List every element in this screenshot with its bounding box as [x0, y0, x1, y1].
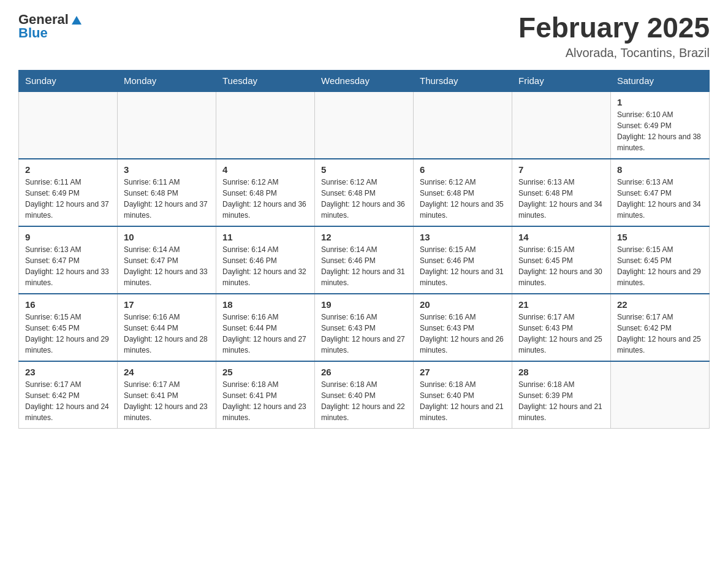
day-number: 3: [124, 164, 210, 175]
day-info: Sunrise: 6:17 AM Sunset: 6:43 PM Dayligh…: [518, 312, 604, 356]
month-title: February 2025: [518, 12, 710, 44]
calendar-cell: 7Sunrise: 6:13 AM Sunset: 6:48 PM Daylig…: [512, 159, 611, 226]
day-number: 4: [222, 164, 308, 175]
header-sunday: Sunday: [19, 70, 118, 91]
day-info: Sunrise: 6:18 AM Sunset: 6:39 PM Dayligh…: [518, 379, 604, 423]
day-number: 16: [25, 299, 111, 310]
day-number: 8: [617, 164, 703, 175]
day-info: Sunrise: 6:14 AM Sunset: 6:46 PM Dayligh…: [222, 244, 308, 288]
logo-triangle-icon: [70, 13, 83, 27]
day-info: Sunrise: 6:13 AM Sunset: 6:47 PM Dayligh…: [25, 244, 111, 288]
calendar-cell: 24Sunrise: 6:17 AM Sunset: 6:41 PM Dayli…: [118, 361, 216, 429]
day-number: 27: [420, 367, 506, 377]
day-number: 13: [420, 232, 506, 242]
day-info: Sunrise: 6:12 AM Sunset: 6:48 PM Dayligh…: [222, 177, 308, 221]
calendar-cell: [315, 91, 414, 159]
location-title: Alvorada, Tocantins, Brazil: [518, 46, 710, 60]
calendar-cell: [216, 91, 315, 159]
calendar-cell: 17Sunrise: 6:16 AM Sunset: 6:44 PM Dayli…: [118, 294, 216, 361]
day-number: 6: [420, 164, 506, 175]
day-info: Sunrise: 6:11 AM Sunset: 6:49 PM Dayligh…: [25, 177, 111, 221]
calendar-cell: 5Sunrise: 6:12 AM Sunset: 6:48 PM Daylig…: [315, 159, 414, 226]
day-info: Sunrise: 6:12 AM Sunset: 6:48 PM Dayligh…: [321, 177, 407, 221]
calendar-cell: 11Sunrise: 6:14 AM Sunset: 6:46 PM Dayli…: [216, 226, 315, 294]
day-info: Sunrise: 6:15 AM Sunset: 6:45 PM Dayligh…: [617, 244, 703, 288]
calendar-week-row: 1Sunrise: 6:10 AM Sunset: 6:49 PM Daylig…: [19, 91, 710, 159]
day-number: 18: [222, 299, 308, 310]
title-area: February 2025 Alvorada, Tocantins, Brazi…: [518, 12, 710, 60]
day-number: 7: [518, 164, 604, 175]
day-number: 10: [124, 232, 210, 242]
day-info: Sunrise: 6:16 AM Sunset: 6:43 PM Dayligh…: [420, 312, 506, 356]
calendar-header-row: SundayMondayTuesdayWednesdayThursdayFrid…: [19, 70, 710, 91]
day-info: Sunrise: 6:18 AM Sunset: 6:41 PM Dayligh…: [222, 379, 308, 423]
calendar-cell: 9Sunrise: 6:13 AM Sunset: 6:47 PM Daylig…: [19, 226, 118, 294]
calendar-cell: 27Sunrise: 6:18 AM Sunset: 6:40 PM Dayli…: [414, 361, 512, 429]
day-info: Sunrise: 6:18 AM Sunset: 6:40 PM Dayligh…: [420, 379, 506, 423]
day-number: 17: [124, 299, 210, 310]
day-info: Sunrise: 6:13 AM Sunset: 6:48 PM Dayligh…: [518, 177, 604, 221]
calendar-cell: 15Sunrise: 6:15 AM Sunset: 6:45 PM Dayli…: [611, 226, 710, 294]
header-friday: Friday: [512, 70, 611, 91]
day-number: 23: [25, 367, 111, 377]
day-info: Sunrise: 6:16 AM Sunset: 6:44 PM Dayligh…: [124, 312, 210, 356]
day-number: 28: [518, 367, 604, 377]
day-info: Sunrise: 6:17 AM Sunset: 6:42 PM Dayligh…: [617, 312, 703, 356]
day-number: 25: [222, 367, 308, 377]
svg-marker-0: [72, 16, 82, 25]
calendar-cell: 20Sunrise: 6:16 AM Sunset: 6:43 PM Dayli…: [414, 294, 512, 361]
day-info: Sunrise: 6:17 AM Sunset: 6:41 PM Dayligh…: [124, 379, 210, 423]
day-info: Sunrise: 6:12 AM Sunset: 6:48 PM Dayligh…: [420, 177, 506, 221]
calendar-cell: 25Sunrise: 6:18 AM Sunset: 6:41 PM Dayli…: [216, 361, 315, 429]
calendar-cell: 8Sunrise: 6:13 AM Sunset: 6:47 PM Daylig…: [611, 159, 710, 226]
calendar-cell: 26Sunrise: 6:18 AM Sunset: 6:40 PM Dayli…: [315, 361, 414, 429]
day-info: Sunrise: 6:13 AM Sunset: 6:47 PM Dayligh…: [617, 177, 703, 221]
header-saturday: Saturday: [611, 70, 710, 91]
calendar-cell: 12Sunrise: 6:14 AM Sunset: 6:46 PM Dayli…: [315, 226, 414, 294]
day-number: 1: [617, 97, 703, 107]
calendar-cell: 14Sunrise: 6:15 AM Sunset: 6:45 PM Dayli…: [512, 226, 611, 294]
day-info: Sunrise: 6:11 AM Sunset: 6:48 PM Dayligh…: [124, 177, 210, 221]
calendar-cell: 10Sunrise: 6:14 AM Sunset: 6:47 PM Dayli…: [118, 226, 216, 294]
day-info: Sunrise: 6:14 AM Sunset: 6:46 PM Dayligh…: [321, 244, 407, 288]
logo: General Blue: [18, 12, 83, 40]
day-info: Sunrise: 6:10 AM Sunset: 6:49 PM Dayligh…: [617, 109, 703, 153]
day-number: 19: [321, 299, 407, 310]
calendar-cell: [512, 91, 611, 159]
day-number: 26: [321, 367, 407, 377]
calendar-week-row: 16Sunrise: 6:15 AM Sunset: 6:45 PM Dayli…: [19, 294, 710, 361]
calendar-cell: 19Sunrise: 6:16 AM Sunset: 6:43 PM Dayli…: [315, 294, 414, 361]
page-header: General Blue February 2025 Alvorada, Toc…: [18, 12, 710, 60]
day-number: 12: [321, 232, 407, 242]
calendar-cell: [611, 361, 710, 429]
day-info: Sunrise: 6:14 AM Sunset: 6:47 PM Dayligh…: [124, 244, 210, 288]
calendar-cell: [414, 91, 512, 159]
calendar-cell: 6Sunrise: 6:12 AM Sunset: 6:48 PM Daylig…: [414, 159, 512, 226]
calendar-cell: 16Sunrise: 6:15 AM Sunset: 6:45 PM Dayli…: [19, 294, 118, 361]
calendar-week-row: 9Sunrise: 6:13 AM Sunset: 6:47 PM Daylig…: [19, 226, 710, 294]
calendar-cell: [19, 91, 118, 159]
day-number: 20: [420, 299, 506, 310]
calendar-cell: 18Sunrise: 6:16 AM Sunset: 6:44 PM Dayli…: [216, 294, 315, 361]
day-info: Sunrise: 6:15 AM Sunset: 6:45 PM Dayligh…: [25, 312, 111, 356]
calendar-cell: 28Sunrise: 6:18 AM Sunset: 6:39 PM Dayli…: [512, 361, 611, 429]
day-info: Sunrise: 6:17 AM Sunset: 6:42 PM Dayligh…: [25, 379, 111, 423]
calendar-cell: 2Sunrise: 6:11 AM Sunset: 6:49 PM Daylig…: [19, 159, 118, 226]
header-thursday: Thursday: [414, 70, 512, 91]
header-tuesday: Tuesday: [216, 70, 315, 91]
calendar-cell: 13Sunrise: 6:15 AM Sunset: 6:46 PM Dayli…: [414, 226, 512, 294]
day-info: Sunrise: 6:15 AM Sunset: 6:45 PM Dayligh…: [518, 244, 604, 288]
calendar-cell: 22Sunrise: 6:17 AM Sunset: 6:42 PM Dayli…: [611, 294, 710, 361]
header-monday: Monday: [118, 70, 216, 91]
day-info: Sunrise: 6:15 AM Sunset: 6:46 PM Dayligh…: [420, 244, 506, 288]
header-wednesday: Wednesday: [315, 70, 414, 91]
calendar-cell: 23Sunrise: 6:17 AM Sunset: 6:42 PM Dayli…: [19, 361, 118, 429]
day-number: 2: [25, 164, 111, 175]
calendar-cell: 3Sunrise: 6:11 AM Sunset: 6:48 PM Daylig…: [118, 159, 216, 226]
day-number: 21: [518, 299, 604, 310]
calendar-week-row: 23Sunrise: 6:17 AM Sunset: 6:42 PM Dayli…: [19, 361, 710, 429]
day-info: Sunrise: 6:16 AM Sunset: 6:43 PM Dayligh…: [321, 312, 407, 356]
day-number: 14: [518, 232, 604, 242]
calendar-week-row: 2Sunrise: 6:11 AM Sunset: 6:49 PM Daylig…: [19, 159, 710, 226]
logo-blue-text: Blue: [18, 26, 83, 40]
